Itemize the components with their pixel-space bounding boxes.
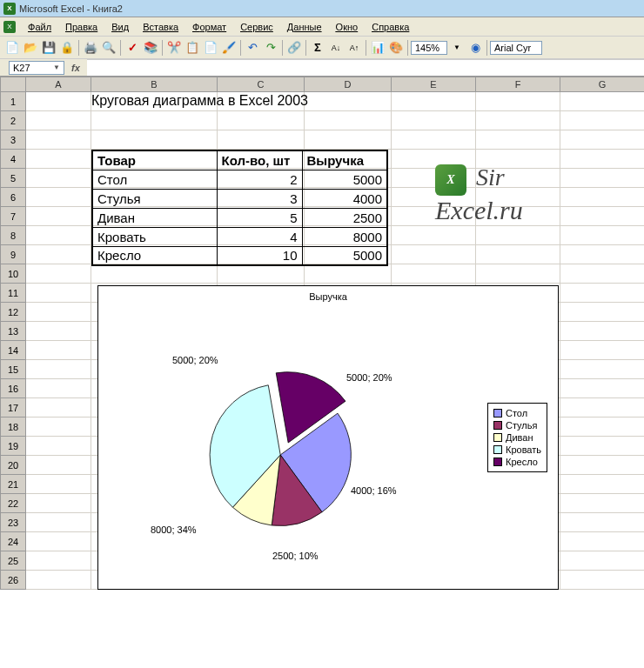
col-header-B[interactable]: B: [91, 77, 218, 92]
cell[interactable]: [560, 188, 644, 207]
row-header-5[interactable]: 5: [0, 169, 26, 188]
cell[interactable]: [26, 379, 91, 398]
redo-icon[interactable]: ↷: [262, 39, 279, 57]
table-header[interactable]: Выручка: [302, 150, 387, 170]
chart-plot-area[interactable]: 5000; 20% 4000; 16% 2500; 10% 8000; 34% …: [98, 307, 558, 585]
cell[interactable]: [26, 475, 91, 494]
cell[interactable]: [26, 571, 91, 590]
open-icon[interactable]: 📂: [22, 39, 39, 57]
chart-legend[interactable]: Стол Стулья Диван Кровать Кресло: [487, 403, 547, 472]
fx-icon[interactable]: fx: [71, 63, 80, 73]
row-header-7[interactable]: 7: [0, 207, 26, 226]
row-header-20[interactable]: 20: [0, 456, 26, 475]
cell[interactable]: [560, 360, 644, 379]
cell[interactable]: [26, 188, 91, 207]
col-header-C[interactable]: C: [218, 77, 305, 92]
formula-input[interactable]: [87, 59, 644, 76]
col-header-F[interactable]: F: [476, 77, 560, 92]
chart-icon[interactable]: 📊: [369, 39, 386, 57]
cell[interactable]: [91, 264, 218, 284]
cell[interactable]: [26, 360, 91, 379]
row-header-26[interactable]: 26: [0, 571, 26, 590]
row-header-9[interactable]: 9: [0, 245, 26, 264]
name-box[interactable]: K27 ▼: [9, 61, 64, 75]
name-box-dropdown-icon[interactable]: ▼: [53, 63, 60, 71]
row-header-22[interactable]: 22: [0, 494, 26, 513]
cell[interactable]: [560, 456, 644, 475]
help-icon[interactable]: ◉: [466, 39, 484, 57]
row-header-17[interactable]: 17: [0, 398, 26, 418]
zoom-select[interactable]: 145%: [411, 41, 447, 55]
row-header-1[interactable]: 1: [0, 92, 26, 111]
cell[interactable]: [26, 456, 91, 475]
cell[interactable]: [476, 92, 560, 111]
cell[interactable]: [560, 207, 644, 226]
cell[interactable]: [560, 551, 644, 571]
pie-chart[interactable]: Выручка 5000;: [97, 285, 559, 590]
menu-insert[interactable]: Вставка: [136, 20, 185, 34]
preview-icon[interactable]: 🔍: [100, 39, 117, 57]
row-header-24[interactable]: 24: [0, 532, 26, 551]
cell[interactable]: [560, 150, 644, 169]
cell[interactable]: [26, 111, 91, 130]
cell[interactable]: [560, 571, 644, 590]
cell[interactable]: [26, 322, 91, 341]
spell-icon[interactable]: ✓: [124, 39, 141, 57]
cell[interactable]: [218, 111, 305, 130]
undo-icon[interactable]: ↶: [244, 39, 261, 57]
cell[interactable]: [560, 303, 644, 322]
cell[interactable]: [305, 130, 392, 150]
spreadsheet-grid[interactable]: ABCDEFG 12345678910111213141516171819202…: [0, 77, 644, 668]
cell[interactable]: [560, 264, 644, 284]
cell[interactable]: [476, 111, 560, 130]
autosum-icon[interactable]: Σ: [309, 39, 326, 57]
cell[interactable]: [560, 111, 644, 130]
row-header-10[interactable]: 10: [0, 264, 26, 284]
row-header-16[interactable]: 16: [0, 379, 26, 398]
drawing-icon[interactable]: 🎨: [387, 39, 405, 57]
research-icon[interactable]: 📚: [142, 39, 159, 57]
cell[interactable]: [392, 226, 476, 245]
cell[interactable]: [26, 92, 91, 111]
cell[interactable]: [392, 111, 476, 130]
cell[interactable]: [560, 284, 644, 303]
cell[interactable]: [392, 92, 476, 111]
row-header-3[interactable]: 3: [0, 130, 26, 150]
row-header-14[interactable]: 14: [0, 341, 26, 360]
menu-help[interactable]: Справка: [365, 20, 416, 34]
cell[interactable]: [91, 130, 218, 150]
cell[interactable]: [26, 264, 91, 284]
sort-desc-icon[interactable]: A↑: [345, 39, 363, 57]
cell[interactable]: [560, 169, 644, 188]
cell[interactable]: [26, 303, 91, 322]
select-all-corner[interactable]: [0, 77, 26, 92]
row-header-4[interactable]: 4: [0, 150, 26, 169]
new-icon[interactable]: 📄: [3, 39, 21, 57]
row-header-25[interactable]: 25: [0, 551, 26, 571]
cell[interactable]: [218, 130, 305, 150]
row-header-18[interactable]: 18: [0, 418, 26, 437]
cell[interactable]: [26, 437, 91, 456]
cell[interactable]: [26, 226, 91, 245]
row-header-11[interactable]: 11: [0, 284, 26, 303]
cell[interactable]: [560, 341, 644, 360]
row-header-6[interactable]: 6: [0, 188, 26, 207]
print-icon[interactable]: 🖨️: [82, 39, 99, 57]
row-header-23[interactable]: 23: [0, 513, 26, 532]
menu-tools[interactable]: Сервис: [233, 20, 280, 34]
col-header-E[interactable]: E: [392, 77, 476, 92]
menu-window[interactable]: Окно: [329, 20, 366, 34]
cell[interactable]: [560, 437, 644, 456]
cell[interactable]: [26, 169, 91, 188]
row-header-8[interactable]: 8: [0, 226, 26, 245]
row-header-19[interactable]: 19: [0, 437, 26, 456]
cell[interactable]: [26, 398, 91, 418]
cell[interactable]: [26, 418, 91, 437]
cell[interactable]: [476, 130, 560, 150]
permissions-icon[interactable]: 🔒: [58, 39, 76, 57]
menu-edit[interactable]: Правка: [58, 20, 104, 34]
cell[interactable]: [560, 130, 644, 150]
cell[interactable]: [560, 92, 644, 111]
cell[interactable]: [218, 264, 305, 284]
cell[interactable]: [26, 284, 91, 303]
